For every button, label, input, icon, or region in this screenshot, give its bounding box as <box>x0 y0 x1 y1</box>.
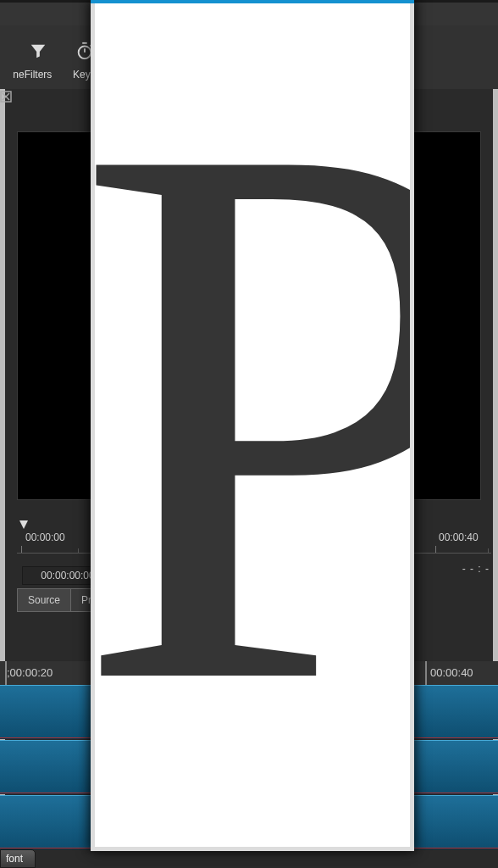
glyph-preview-window[interactable]: P <box>91 0 414 851</box>
filters-button[interactable]: Filters <box>17 25 59 81</box>
timeline-tick-label-right: 00:00:40 <box>430 666 473 679</box>
glyph-canvas: P <box>95 3 410 847</box>
glyph-character: P <box>95 23 410 803</box>
tab-source[interactable]: Source <box>17 588 71 612</box>
ruler-tick-label: 00:00:00 <box>25 531 65 543</box>
timeline-tick-label-left: ;00:00:20 <box>7 666 53 679</box>
playhead-icon[interactable] <box>19 520 29 531</box>
footer-tab-font[interactable]: font <box>0 849 36 868</box>
timecode-value: 00:00:00:00 <box>41 570 94 581</box>
footer-bar: font <box>0 849 498 868</box>
in-out-marker: - - : - <box>462 563 490 575</box>
funnel-icon <box>29 38 47 64</box>
footer-tab-font-label: font <box>6 853 23 865</box>
filters-label: Filters <box>25 69 53 81</box>
timeline-tick <box>425 661 427 685</box>
ruler-tick-label-right: 00:00:40 <box>439 531 479 543</box>
tab-source-label: Source <box>28 594 60 606</box>
close-icon[interactable] <box>0 91 12 103</box>
